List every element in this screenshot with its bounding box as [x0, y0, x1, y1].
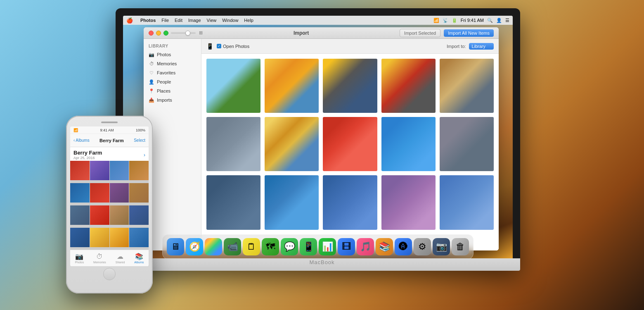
iphone-tab-photos-label: Photos: [75, 261, 84, 264]
import-selected-button[interactable]: Import Selected: [400, 29, 440, 37]
iphone-thumb-15[interactable]: [110, 228, 129, 247]
dock-icon-settings[interactable]: ⚙: [414, 238, 431, 255]
sidebar-item-memories[interactable]: ⏱ Memories: [144, 59, 201, 68]
photo-thumb-15[interactable]: [440, 175, 494, 229]
dock-icon-imessage[interactable]: 📱: [300, 238, 317, 255]
menubar-image[interactable]: Image: [188, 18, 201, 23]
photo-thumb-13[interactable]: [323, 175, 377, 229]
iphone-tab-memories[interactable]: ⏱ Memories: [93, 253, 106, 264]
iphone-thumb-6[interactable]: [90, 183, 109, 203]
menubar-app-name[interactable]: Photos: [140, 18, 156, 23]
sidebar-item-imports[interactable]: 📥 Imports: [144, 95, 201, 105]
iphone-thumb-7[interactable]: [110, 183, 129, 203]
photo-thumb-9[interactable]: [381, 117, 436, 171]
dock-icon-itunes[interactable]: 🎵: [357, 238, 374, 255]
iphone-thumb-9[interactable]: [70, 205, 90, 225]
iphone-thumb-16[interactable]: [129, 228, 149, 247]
menubar-edit[interactable]: Edit: [175, 18, 182, 23]
open-photos-checkbox-label[interactable]: ✓ Open Photos: [217, 44, 249, 49]
iphone-thumb-4[interactable]: [129, 161, 149, 180]
import-all-button[interactable]: Import All New Items: [444, 29, 494, 37]
iphone-tab-shared[interactable]: ☁ Shared: [116, 253, 125, 264]
iphone-thumb-2[interactable]: [90, 161, 109, 180]
photo-thumb-6[interactable]: [206, 117, 260, 171]
menubar-view[interactable]: View: [207, 18, 217, 23]
zoom-slider[interactable]: [171, 32, 196, 34]
iphone-battery: 100%: [136, 128, 145, 132]
dock-icon-safari[interactable]: 🧭: [186, 238, 203, 255]
maximize-button[interactable]: [163, 31, 168, 36]
photos-window: ⊞ Import Import Selected Import All New …: [144, 27, 499, 250]
iphone-thumb-11[interactable]: [110, 205, 129, 225]
photo-grid[interactable]: [201, 54, 499, 250]
search-icon[interactable]: 🔍: [487, 18, 493, 23]
iphone-thumb-14[interactable]: [90, 228, 109, 247]
dock-icon-finder[interactable]: 🖥: [167, 238, 184, 255]
photo-thumb-10[interactable]: [440, 117, 494, 171]
menubar-help[interactable]: Help: [244, 18, 253, 23]
memories-icon: ⏱: [149, 61, 154, 67]
iphone-screen: 📶 9:41 AM 100% ‹ Albums Berry Farm Selec…: [70, 126, 149, 266]
iphone-home-button[interactable]: [103, 268, 116, 280]
dock-icon-camera[interactable]: 📷: [433, 238, 450, 255]
photo-thumb-8[interactable]: [323, 117, 377, 171]
photo-thumb-12[interactable]: [265, 175, 319, 229]
photo-thumb-11[interactable]: [206, 175, 260, 229]
device-phone-icon: 📱: [206, 43, 213, 50]
menu-icon[interactable]: ☰: [505, 18, 509, 23]
dock-icon-messages[interactable]: 💬: [281, 238, 298, 255]
dock-icon-appstore[interactable]: 🅐: [395, 238, 412, 255]
menubar-window[interactable]: Window: [222, 18, 238, 23]
dock-icon-keynote[interactable]: 🎞: [338, 238, 355, 255]
iphone-tab-memories-label: Memories: [93, 261, 106, 264]
dock-icon-facetime[interactable]: 📹: [224, 238, 241, 255]
photo-thumb-4[interactable]: [381, 59, 436, 113]
battery-icon[interactable]: 🔋: [452, 18, 457, 23]
dock-icon-numbers[interactable]: 📊: [319, 238, 336, 255]
iphone-thumb-5[interactable]: [70, 183, 90, 203]
wifi-icon[interactable]: 📶: [433, 18, 439, 23]
iphone-tab-bar: 📷 Photos ⏱ Memories ☁ Shared 📚 Albums: [70, 250, 149, 266]
user-icon[interactable]: 👤: [496, 18, 502, 23]
photo-thumb-3[interactable]: [323, 59, 377, 113]
dock-icon-ibooks[interactable]: 📚: [376, 238, 393, 255]
photo-thumb-7[interactable]: [265, 117, 319, 171]
sidebar-item-places[interactable]: 📍 Places: [144, 86, 201, 95]
iphone-thumb-1[interactable]: [70, 161, 90, 180]
dock-icon-photos[interactable]: [205, 238, 222, 255]
iphone-album-chevron[interactable]: ›: [144, 152, 145, 158]
import-action-buttons: Import Selected Import All New Items: [400, 29, 494, 37]
sidebar-item-favorites[interactable]: ♡ Favorites: [144, 68, 201, 77]
iphone-tab-memories-icon: ⏱: [96, 253, 103, 260]
iphone-select-button[interactable]: Select: [134, 138, 145, 143]
apple-menu-icon[interactable]: 🍎: [126, 17, 133, 24]
photo-thumb-1[interactable]: [206, 59, 260, 113]
photo-thumb-5[interactable]: [440, 59, 494, 113]
iphone-thumb-8[interactable]: [129, 183, 149, 203]
iphone-thumb-3[interactable]: [110, 161, 129, 180]
grid-view-icon[interactable]: ⊞: [199, 30, 203, 36]
iphone-tab-photos[interactable]: 📷 Photos: [75, 253, 84, 264]
dock-icon-notes[interactable]: 🗒: [243, 238, 260, 255]
import-to-select[interactable]: Library: [469, 43, 494, 50]
macbook-label: MacBook: [309, 259, 334, 265]
iphone-thumb-12[interactable]: [129, 205, 149, 225]
sidebar-item-people[interactable]: 👤 People: [144, 77, 201, 86]
iphone-back-button[interactable]: ‹ Albums: [73, 138, 90, 143]
photo-thumb-14[interactable]: [381, 175, 436, 229]
photo-thumb-2[interactable]: [265, 59, 319, 113]
close-button[interactable]: [149, 31, 154, 36]
sidebar-item-photos[interactable]: 📷 Photos: [144, 50, 201, 59]
iphone-thumb-10[interactable]: [90, 205, 109, 225]
iphone-thumb-13[interactable]: [70, 228, 90, 247]
menubar-time: Fri 9:41 AM: [461, 18, 484, 23]
menubar-file[interactable]: File: [161, 18, 169, 23]
dock-icon-maps[interactable]: 🗺: [262, 238, 279, 255]
airplay-icon[interactable]: 📡: [443, 18, 448, 23]
dock-icon-trash[interactable]: 🗑: [452, 238, 469, 255]
open-photos-checkbox[interactable]: ✓: [217, 44, 221, 48]
iphone-album-title: Berry Farm: [73, 150, 102, 156]
iphone-tab-albums[interactable]: 📚 Albums: [134, 253, 144, 264]
photo-grid-inner: [206, 59, 494, 230]
minimize-button[interactable]: [156, 31, 161, 36]
